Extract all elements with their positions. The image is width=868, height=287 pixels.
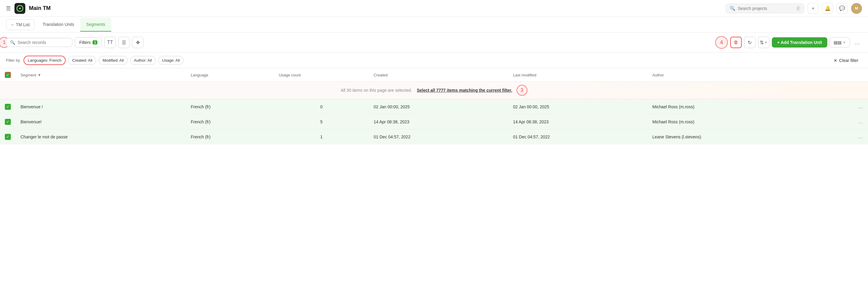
cell-segment-1: Bienvenue ! — [16, 99, 186, 114]
select-all-checkbox-header[interactable]: ✓ — [0, 68, 16, 82]
col-last-modified: Last modified — [508, 68, 647, 82]
search-records-input[interactable] — [18, 40, 70, 45]
row-more-button-2[interactable]: … — [858, 118, 863, 125]
row-checkbox-2[interactable]: ✓ — [0, 114, 16, 129]
cell-modified-2: 14 Apr 08:38, 2023 — [508, 114, 647, 129]
row-checkbox-3[interactable]: ✓ — [0, 129, 16, 144]
clear-filter-button[interactable]: ✕ Clear filter — [830, 56, 862, 65]
col-usage-count: Usage count — [274, 68, 369, 82]
tabs-bar: ← TM List Translation Units Segments — [0, 17, 868, 33]
cell-created-3: 01 Dec 04:57, 2022 — [369, 129, 508, 144]
search-icon: 🔍 — [730, 6, 735, 11]
notifications-icon[interactable]: 🔔 — [822, 3, 833, 14]
grid-icon: ▤▤ — [834, 40, 841, 45]
cell-created-1: 02 Jan 00:00, 2025 — [369, 99, 508, 114]
search-projects-wrap[interactable]: 🔍 / — [726, 4, 804, 13]
cell-author-1: Michael Ross (m.ross) — [648, 99, 823, 114]
cell-segment-2: Bienvenue! — [16, 114, 186, 129]
replace-icon[interactable]: ↻ — [744, 37, 755, 48]
row-more-button-1[interactable]: … — [858, 104, 863, 110]
row-more-button-3[interactable]: … — [858, 134, 863, 140]
search-input-wrap: 🔍 — [6, 38, 72, 47]
barcode-icon[interactable]: ☰ — [118, 37, 130, 48]
avatar[interactable]: M — [851, 3, 862, 14]
header-checkbox[interactable]: ✓ — [5, 72, 11, 78]
view-toggle-button[interactable]: ▤▤ ▼ — [830, 37, 850, 47]
cell-usage-2: 5 — [274, 114, 369, 129]
sort-icon[interactable]: ⇅ ▼ — [758, 37, 770, 48]
app-name: Main TM — [29, 5, 51, 11]
filters-label: Filters — [79, 40, 91, 45]
add-nav-button[interactable]: + — [808, 3, 818, 14]
filter-modified[interactable]: Modified: All — [98, 56, 127, 65]
filter-usage[interactable]: Usage: All — [158, 56, 184, 65]
filter-author[interactable]: Author: All — [130, 56, 156, 65]
search-projects-input[interactable] — [738, 6, 794, 11]
table-row: ✓ Changer le mot de passe French (fr) 1 … — [0, 129, 868, 144]
sort-asc-icon[interactable]: ▼ — [37, 73, 41, 77]
filters-button[interactable]: Filters 1 — [75, 37, 102, 47]
add-translation-unit-button[interactable]: + Add Translation Unit — [772, 37, 827, 47]
messages-icon[interactable]: 💬 — [837, 3, 847, 14]
cell-created-2: 14 Apr 08:38, 2023 — [369, 114, 508, 129]
tm-list-back-button[interactable]: ← TM List — [6, 19, 34, 30]
text-size-icon[interactable]: T​T — [104, 37, 116, 48]
view-chevron-icon: ▼ — [843, 41, 846, 44]
search-icon-toolbar: 🔍 — [10, 40, 15, 45]
expand-icon[interactable]: ✥ — [132, 37, 144, 48]
col-segment: Segment ▼ — [16, 68, 186, 82]
cell-language-2: French (fr) — [186, 114, 274, 129]
delete-button[interactable]: 🗑 — [730, 37, 742, 48]
filter-by-label: Filter by — [6, 58, 20, 63]
more-options-button[interactable]: … — [852, 38, 862, 47]
cell-usage-1: 0 — [274, 99, 369, 114]
filter-languages[interactable]: Languages: French — [24, 56, 66, 65]
toolbar: 1 🔍 Filters 1 T​T ☰ ✥ 4 🗑 ↻ ⇅ ▼ + Add Tr… — [0, 33, 868, 52]
tab-translation-units[interactable]: Translation Units — [37, 18, 81, 32]
cell-language-1: French (fr) — [186, 99, 274, 114]
hamburger-icon[interactable]: ☰ — [6, 5, 11, 12]
filter-created[interactable]: Created: All — [68, 56, 96, 65]
cell-author-3: Leane Stevens (l.stevens) — [648, 129, 823, 144]
cell-usage-3: 1 — [274, 129, 369, 144]
row-checkbox-1[interactable]: ✓ — [0, 99, 16, 114]
circle-4: 4 — [715, 36, 728, 49]
filters-count-badge: 1 — [93, 40, 97, 44]
select-all-link[interactable]: Select all 7777 items matching the curre… — [417, 88, 513, 93]
col-created: Created — [369, 68, 508, 82]
top-nav: ☰ Main TM 🔍 / + 🔔 💬 M — [0, 0, 868, 17]
tab-segments[interactable]: Segments — [80, 18, 111, 32]
close-icon: ✕ — [834, 58, 837, 63]
cell-language-3: French (fr) — [186, 129, 274, 144]
table-wrap: ✓ Segment ▼ Language Usage count Created… — [0, 68, 868, 144]
app-logo — [14, 3, 25, 14]
col-language: Language — [186, 68, 274, 82]
cell-modified-3: 01 Dec 04:57, 2022 — [508, 129, 647, 144]
filter-row: Filter by Languages: French Created: All… — [0, 52, 868, 68]
cell-segment-3: Changer le mot de passe — [16, 129, 186, 144]
col-author: Author — [648, 68, 823, 82]
circle-3: 3 — [517, 85, 527, 96]
selection-msg: All 30 items on this page are selected. — [341, 88, 412, 93]
cell-author-2: Michael Ross (m.ross) — [648, 114, 823, 129]
translation-units-table: ✓ Segment ▼ Language Usage count Created… — [0, 68, 868, 144]
selection-banner: All 30 items on this page are selected. … — [0, 82, 868, 99]
table-row: ✓ Bienvenue! French (fr) 5 14 Apr 08:38,… — [0, 114, 868, 129]
table-row: ✓ Bienvenue ! French (fr) 0 02 Jan 00:00… — [0, 99, 868, 114]
kbd-slash: / — [796, 6, 800, 11]
cell-modified-1: 02 Jan 00:00, 2025 — [508, 99, 647, 114]
